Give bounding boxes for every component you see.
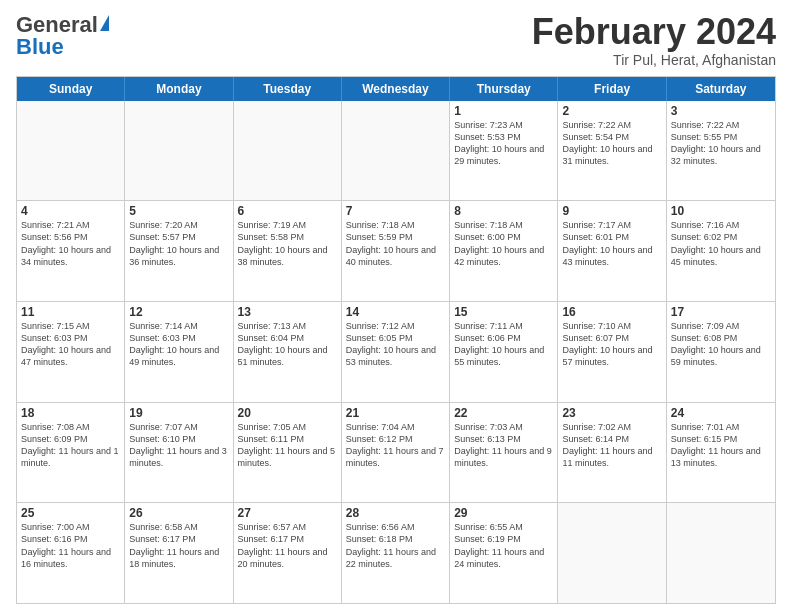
day-info: Sunrise: 7:03 AM Sunset: 6:13 PM Dayligh… xyxy=(454,421,553,470)
cal-cell-empty-0-3 xyxy=(342,101,450,201)
calendar: SundayMondayTuesdayWednesdayThursdayFrid… xyxy=(16,76,776,604)
day-info: Sunrise: 7:00 AM Sunset: 6:16 PM Dayligh… xyxy=(21,521,120,570)
cal-cell-16: 16Sunrise: 7:10 AM Sunset: 6:07 PM Dayli… xyxy=(558,302,666,402)
day-info: Sunrise: 6:57 AM Sunset: 6:17 PM Dayligh… xyxy=(238,521,337,570)
day-number: 18 xyxy=(21,406,120,420)
day-number: 4 xyxy=(21,204,120,218)
day-number: 1 xyxy=(454,104,553,118)
week-row-1: 1Sunrise: 7:23 AM Sunset: 5:53 PM Daylig… xyxy=(17,101,775,202)
day-number: 16 xyxy=(562,305,661,319)
day-number: 29 xyxy=(454,506,553,520)
day-number: 21 xyxy=(346,406,445,420)
day-number: 15 xyxy=(454,305,553,319)
cal-cell-10: 10Sunrise: 7:16 AM Sunset: 6:02 PM Dayli… xyxy=(667,201,775,301)
cal-cell-15: 15Sunrise: 7:11 AM Sunset: 6:06 PM Dayli… xyxy=(450,302,558,402)
day-number: 17 xyxy=(671,305,771,319)
page-header: General Blue February 2024 Tir Pul, Hera… xyxy=(16,12,776,68)
logo-triangle-icon xyxy=(100,15,109,31)
day-info: Sunrise: 7:22 AM Sunset: 5:55 PM Dayligh… xyxy=(671,119,771,168)
calendar-body: 1Sunrise: 7:23 AM Sunset: 5:53 PM Daylig… xyxy=(17,101,775,603)
day-info: Sunrise: 7:01 AM Sunset: 6:15 PM Dayligh… xyxy=(671,421,771,470)
day-number: 23 xyxy=(562,406,661,420)
cal-cell-24: 24Sunrise: 7:01 AM Sunset: 6:15 PM Dayli… xyxy=(667,403,775,503)
day-number: 12 xyxy=(129,305,228,319)
calendar-subtitle: Tir Pul, Herat, Afghanistan xyxy=(532,52,776,68)
cal-cell-6: 6Sunrise: 7:19 AM Sunset: 5:58 PM Daylig… xyxy=(234,201,342,301)
day-info: Sunrise: 7:11 AM Sunset: 6:06 PM Dayligh… xyxy=(454,320,553,369)
cal-cell-4: 4Sunrise: 7:21 AM Sunset: 5:56 PM Daylig… xyxy=(17,201,125,301)
cal-cell-2: 2Sunrise: 7:22 AM Sunset: 5:54 PM Daylig… xyxy=(558,101,666,201)
day-number: 13 xyxy=(238,305,337,319)
cal-cell-17: 17Sunrise: 7:09 AM Sunset: 6:08 PM Dayli… xyxy=(667,302,775,402)
day-info: Sunrise: 6:58 AM Sunset: 6:17 PM Dayligh… xyxy=(129,521,228,570)
day-number: 19 xyxy=(129,406,228,420)
cal-cell-28: 28Sunrise: 6:56 AM Sunset: 6:18 PM Dayli… xyxy=(342,503,450,603)
cal-cell-22: 22Sunrise: 7:03 AM Sunset: 6:13 PM Dayli… xyxy=(450,403,558,503)
cal-cell-27: 27Sunrise: 6:57 AM Sunset: 6:17 PM Dayli… xyxy=(234,503,342,603)
day-number: 8 xyxy=(454,204,553,218)
cal-cell-20: 20Sunrise: 7:05 AM Sunset: 6:11 PM Dayli… xyxy=(234,403,342,503)
day-header-thursday: Thursday xyxy=(450,77,558,101)
cal-cell-5: 5Sunrise: 7:20 AM Sunset: 5:57 PM Daylig… xyxy=(125,201,233,301)
day-header-wednesday: Wednesday xyxy=(342,77,450,101)
week-row-4: 18Sunrise: 7:08 AM Sunset: 6:09 PM Dayli… xyxy=(17,403,775,504)
day-info: Sunrise: 7:18 AM Sunset: 6:00 PM Dayligh… xyxy=(454,219,553,268)
day-number: 26 xyxy=(129,506,228,520)
day-info: Sunrise: 7:07 AM Sunset: 6:10 PM Dayligh… xyxy=(129,421,228,470)
day-info: Sunrise: 6:55 AM Sunset: 6:19 PM Dayligh… xyxy=(454,521,553,570)
day-number: 9 xyxy=(562,204,661,218)
day-info: Sunrise: 7:05 AM Sunset: 6:11 PM Dayligh… xyxy=(238,421,337,470)
day-number: 2 xyxy=(562,104,661,118)
day-info: Sunrise: 7:02 AM Sunset: 6:14 PM Dayligh… xyxy=(562,421,661,470)
day-info: Sunrise: 7:22 AM Sunset: 5:54 PM Dayligh… xyxy=(562,119,661,168)
day-header-tuesday: Tuesday xyxy=(234,77,342,101)
day-number: 10 xyxy=(671,204,771,218)
day-number: 20 xyxy=(238,406,337,420)
cal-cell-7: 7Sunrise: 7:18 AM Sunset: 5:59 PM Daylig… xyxy=(342,201,450,301)
calendar-header: SundayMondayTuesdayWednesdayThursdayFrid… xyxy=(17,77,775,101)
cal-cell-1: 1Sunrise: 7:23 AM Sunset: 5:53 PM Daylig… xyxy=(450,101,558,201)
day-info: Sunrise: 7:19 AM Sunset: 5:58 PM Dayligh… xyxy=(238,219,337,268)
title-block: February 2024 Tir Pul, Herat, Afghanista… xyxy=(532,12,776,68)
day-number: 5 xyxy=(129,204,228,218)
day-info: Sunrise: 7:14 AM Sunset: 6:03 PM Dayligh… xyxy=(129,320,228,369)
day-header-saturday: Saturday xyxy=(667,77,775,101)
day-info: Sunrise: 7:04 AM Sunset: 6:12 PM Dayligh… xyxy=(346,421,445,470)
cal-cell-3: 3Sunrise: 7:22 AM Sunset: 5:55 PM Daylig… xyxy=(667,101,775,201)
logo: General Blue xyxy=(16,12,109,60)
day-number: 6 xyxy=(238,204,337,218)
day-info: Sunrise: 7:23 AM Sunset: 5:53 PM Dayligh… xyxy=(454,119,553,168)
cal-cell-empty-4-6 xyxy=(667,503,775,603)
day-number: 14 xyxy=(346,305,445,319)
cal-cell-11: 11Sunrise: 7:15 AM Sunset: 6:03 PM Dayli… xyxy=(17,302,125,402)
cal-cell-13: 13Sunrise: 7:13 AM Sunset: 6:04 PM Dayli… xyxy=(234,302,342,402)
day-info: Sunrise: 7:12 AM Sunset: 6:05 PM Dayligh… xyxy=(346,320,445,369)
day-number: 24 xyxy=(671,406,771,420)
logo-blue-text: Blue xyxy=(16,34,64,60)
day-header-monday: Monday xyxy=(125,77,233,101)
day-number: 22 xyxy=(454,406,553,420)
day-number: 27 xyxy=(238,506,337,520)
cal-cell-26: 26Sunrise: 6:58 AM Sunset: 6:17 PM Dayli… xyxy=(125,503,233,603)
day-number: 7 xyxy=(346,204,445,218)
week-row-2: 4Sunrise: 7:21 AM Sunset: 5:56 PM Daylig… xyxy=(17,201,775,302)
cal-cell-23: 23Sunrise: 7:02 AM Sunset: 6:14 PM Dayli… xyxy=(558,403,666,503)
cal-cell-empty-4-5 xyxy=(558,503,666,603)
cal-cell-25: 25Sunrise: 7:00 AM Sunset: 6:16 PM Dayli… xyxy=(17,503,125,603)
day-info: Sunrise: 7:13 AM Sunset: 6:04 PM Dayligh… xyxy=(238,320,337,369)
day-info: Sunrise: 7:09 AM Sunset: 6:08 PM Dayligh… xyxy=(671,320,771,369)
cal-cell-8: 8Sunrise: 7:18 AM Sunset: 6:00 PM Daylig… xyxy=(450,201,558,301)
day-info: Sunrise: 7:10 AM Sunset: 6:07 PM Dayligh… xyxy=(562,320,661,369)
cal-cell-14: 14Sunrise: 7:12 AM Sunset: 6:05 PM Dayli… xyxy=(342,302,450,402)
cal-cell-12: 12Sunrise: 7:14 AM Sunset: 6:03 PM Dayli… xyxy=(125,302,233,402)
cal-cell-empty-0-2 xyxy=(234,101,342,201)
calendar-title: February 2024 xyxy=(532,12,776,52)
cal-cell-29: 29Sunrise: 6:55 AM Sunset: 6:19 PM Dayli… xyxy=(450,503,558,603)
day-info: Sunrise: 7:15 AM Sunset: 6:03 PM Dayligh… xyxy=(21,320,120,369)
day-number: 28 xyxy=(346,506,445,520)
cal-cell-18: 18Sunrise: 7:08 AM Sunset: 6:09 PM Dayli… xyxy=(17,403,125,503)
day-info: Sunrise: 7:16 AM Sunset: 6:02 PM Dayligh… xyxy=(671,219,771,268)
cal-cell-empty-0-1 xyxy=(125,101,233,201)
day-number: 25 xyxy=(21,506,120,520)
day-header-friday: Friday xyxy=(558,77,666,101)
